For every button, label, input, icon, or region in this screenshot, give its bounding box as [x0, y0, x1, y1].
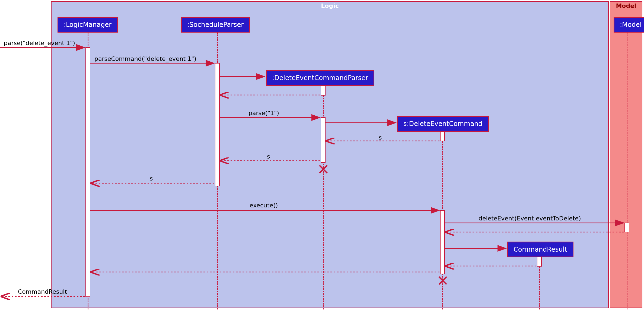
activation-delete-cmd-2: [440, 210, 445, 274]
participant-delete-event-command: s:DeleteEventCommand: [397, 116, 489, 132]
activation-cmd-result: [537, 257, 542, 267]
activation-delete-parser-1: [321, 86, 326, 96]
msg-parse-1: parse("1"): [248, 110, 279, 116]
participant-logic-manager: :LogicManager: [58, 17, 118, 33]
lifeline-model: [627, 32, 627, 309]
destroy-delete-parser: [318, 164, 328, 173]
msg-parse-delete-event: parse("delete_event 1"): [4, 40, 75, 46]
activation-delete-cmd-1: [440, 131, 445, 141]
frame-logic: Logic: [51, 1, 609, 308]
participant-delete-event-command-parser: :DeleteEventCommandParser: [266, 70, 374, 86]
msg-return-s-3: s: [150, 175, 153, 182]
msg-return-s-1: s: [379, 134, 382, 141]
activation-delete-parser-2: [321, 117, 326, 163]
frame-model-title: Model: [616, 2, 636, 9]
participant-sochedule-parser: :SocheduleParser: [181, 17, 250, 33]
destroy-delete-cmd: [438, 275, 447, 284]
participant-model: :Model: [614, 17, 644, 33]
msg-command-result-return: CommandResult: [18, 288, 67, 295]
participant-command-result: CommandResult: [507, 242, 573, 257]
msg-parse-command: parseCommand("delete_event 1"): [94, 55, 196, 62]
msg-return-s-2: s: [267, 153, 270, 160]
activation-model: [624, 223, 629, 232]
msg-delete-event: deleteEvent(Event eventToDelete): [479, 215, 581, 222]
activation-logic-manager: [85, 47, 90, 297]
frame-logic-title: Logic: [321, 2, 339, 9]
activation-sochedule-parser: [215, 63, 220, 186]
frame-model: Model: [610, 1, 642, 308]
msg-execute: execute(): [250, 202, 278, 209]
